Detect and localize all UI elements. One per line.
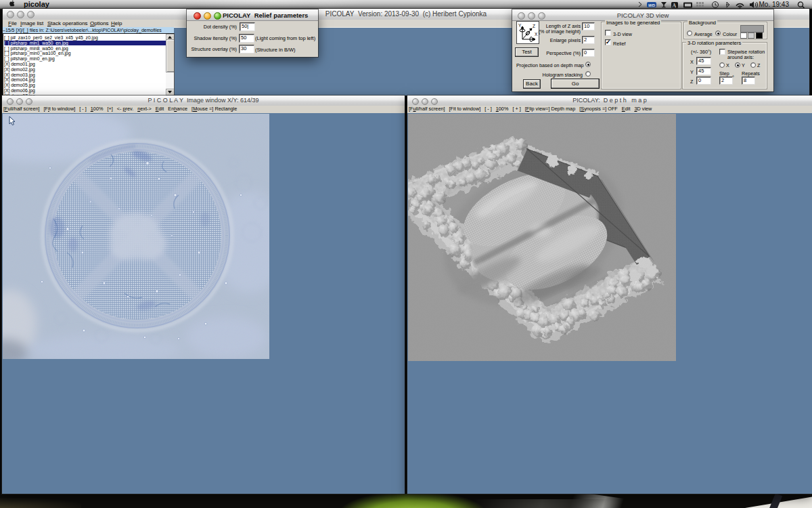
svg-text:A: A (673, 3, 677, 9)
svg-text:WD: WD (648, 3, 656, 7)
